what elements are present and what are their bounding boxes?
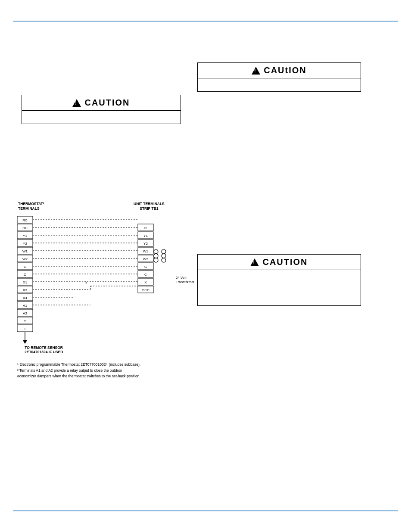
svg-point-66 (162, 249, 166, 254)
svg-text:2: 2 (85, 281, 87, 285)
bottom-divider-line (13, 510, 398, 511)
svg-point-67 (162, 254, 166, 258)
footnote-2: ² Terminals A1 and A2 provide a relay ou… (17, 368, 140, 374)
svg-text:C: C (144, 273, 147, 277)
svg-text:X: X (144, 280, 147, 284)
caution-title-right-bottom: CAUTION (262, 257, 308, 267)
top-divider-line (13, 21, 398, 22)
caution-box-right-top: CAUtION (197, 62, 361, 92)
svg-text:A2: A2 (23, 311, 27, 315)
svg-text:Y2: Y2 (23, 242, 27, 246)
svg-text:W1: W1 (22, 249, 28, 253)
svg-text:X1: X1 (23, 280, 27, 284)
caution-title-left: CAUTION (84, 98, 130, 108)
svg-text:W1: W1 (143, 249, 149, 253)
svg-text:OCC: OCC (142, 288, 149, 292)
caution-body-right-bottom (198, 270, 361, 283)
svg-text:Y1: Y1 (23, 234, 27, 238)
svg-point-64 (154, 254, 158, 258)
svg-point-63 (154, 249, 158, 254)
svg-text:G: G (144, 265, 147, 269)
svg-text:W2: W2 (143, 257, 149, 261)
footnotes-area: ¹ Electronic programmable Thermostat 2ET… (17, 362, 140, 380)
svg-text:RC: RC (22, 218, 28, 222)
caution-triangle-left (72, 99, 81, 107)
svg-text:Y1: Y1 (143, 234, 148, 238)
footnote-2b: economizer dampers when the thermostat s… (17, 373, 140, 380)
svg-text:T: T (24, 327, 26, 331)
svg-text:G: G (24, 265, 26, 269)
caution-header-right-bottom: CAUTION (198, 255, 361, 270)
unit-terminals-label: UNIT TERMINALS STRIP TB1 (134, 202, 165, 211)
caution-body-left (22, 111, 181, 124)
sensor-label-line1: TO REMOTE SENSOR (25, 345, 63, 350)
transformer-label-line2: Transformer (176, 280, 194, 284)
svg-text:C: C (24, 273, 26, 277)
sensor-label-line2: 2ET04701324 IF USED (25, 350, 63, 354)
caution-header-left: CAUTION (22, 95, 181, 111)
thermostat-label: THERMOSTAT¹ TERMINALS (18, 202, 44, 211)
svg-text:Y2: Y2 (143, 242, 148, 246)
unit-terminals-line1: UNIT TERMINALS (134, 202, 165, 206)
transformer-label: 24 Volt Transformer (176, 276, 194, 285)
caution-body-right-top (198, 78, 361, 91)
svg-point-68 (162, 258, 166, 262)
svg-text:W2: W2 (22, 257, 28, 261)
caution-box-left: CAUTION (22, 95, 181, 124)
svg-text:RH: RH (22, 226, 28, 230)
footnote-1: ¹ Electronic programmable Thermostat 2ET… (17, 362, 140, 368)
svg-text:X4: X4 (23, 296, 27, 300)
svg-text:X3: X3 (23, 288, 27, 292)
caution-title-right-top: CAUtION (264, 65, 307, 75)
svg-point-65 (154, 258, 158, 262)
svg-text:T: T (24, 319, 26, 323)
svg-text:A1: A1 (23, 304, 27, 308)
svg-text:R: R (144, 226, 147, 230)
caution-box-right-bottom: CAUTION (197, 254, 361, 306)
transformer-label-line1: 24 Volt (176, 276, 194, 280)
caution-triangle-right-bottom (250, 258, 259, 266)
wiring-diagram-svg: RC RH Y1 Y2 W1 W2 G C X1 X3 X4 A1 A2 T T… (17, 210, 198, 357)
caution-header-right-top: CAUtION (198, 63, 361, 78)
sensor-label: TO REMOTE SENSOR 2ET04701324 IF USED (25, 345, 63, 354)
thermostat-label-line1: THERMOSTAT¹ (18, 202, 44, 206)
svg-marker-70 (23, 340, 27, 344)
caution-triangle-right-top (252, 67, 260, 75)
